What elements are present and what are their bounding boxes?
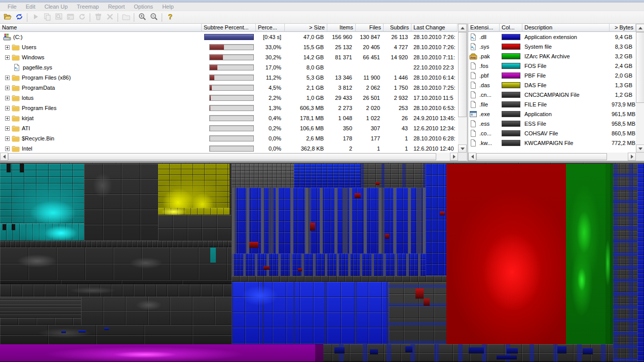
scroll-down-button[interactable] (458, 144, 467, 153)
treemap-tile[interactable] (104, 328, 109, 330)
expand-plus-icon[interactable] (5, 136, 10, 141)
refresh-selected-button[interactable] (76, 12, 88, 23)
treemap-region-mid-top-blue[interactable] (294, 164, 361, 188)
column-header-subdirs[interactable]: Subdirs (384, 24, 411, 32)
extension-vertical-scrollbar[interactable] (636, 24, 644, 153)
delete-button[interactable] (104, 12, 116, 23)
scroll-down-button[interactable] (636, 144, 644, 153)
treemap-region-bottom-band[interactable] (315, 344, 613, 361)
treemap-tile[interactable] (355, 193, 361, 198)
treemap-region-blue-zone-b[interactable] (232, 254, 426, 276)
menu-file[interactable]: File (3, 3, 21, 10)
directory-row[interactable]: ATI0,2%106,6 MB3503074312.6.2010 12:34: (0, 123, 458, 133)
menu-options[interactable]: Options (129, 3, 158, 10)
treemap-tile[interactable] (298, 268, 302, 271)
menu-treemap[interactable]: Treemap (72, 3, 104, 10)
column-header-files[interactable]: Files (356, 24, 384, 32)
treemap-tile[interactable] (375, 182, 380, 185)
menu-edit[interactable]: Edit (21, 3, 40, 10)
expand-plus-icon[interactable] (5, 106, 10, 111)
treemap-region-band-f[interactable] (81, 297, 232, 325)
treemap-region-notch[interactable] (20, 164, 24, 172)
directory-row[interactable]: Windows30,2%14,2 GB81 37166 45114 92028.… (0, 52, 458, 62)
treemap-region-striped-block[interactable] (0, 297, 81, 318)
extension-row[interactable]: .exeApplication961,5 MB (468, 109, 636, 119)
create-folder-button[interactable] (120, 12, 132, 23)
expand-plus-icon[interactable] (5, 86, 10, 90)
extension-row[interactable]: .fileFILE File973,9 MB (468, 99, 636, 109)
expand-plus-icon[interactable] (5, 147, 10, 151)
scroll-up-button[interactable] (636, 24, 644, 32)
treemap-tile[interactable] (497, 355, 517, 359)
expand-plus-icon[interactable] (5, 45, 10, 50)
treemap-tile[interactable] (334, 347, 345, 353)
treemap-region-red-block[interactable] (446, 164, 566, 344)
treemap-tile[interactable] (415, 288, 424, 299)
extension-row[interactable]: .co...COHSAV File860,5 MB (468, 128, 636, 138)
treemap-region-band-d[interactable] (0, 280, 232, 284)
command-prompt-here-button[interactable] (64, 12, 76, 23)
treemap-tile[interactable] (557, 346, 566, 353)
treemap-region-band-f2[interactable] (0, 318, 81, 325)
extension-row[interactable]: .dasDAS File1,3 GB (468, 80, 636, 90)
refresh-all-button[interactable] (13, 12, 25, 23)
menu-report[interactable]: Report (103, 3, 129, 10)
treemap-region-thin-band[interactable] (0, 241, 232, 247)
directory-row[interactable]: ProgramData4,5%2,1 GB3 8122 0621 75028.1… (0, 83, 458, 93)
extension-row[interactable]: .essESS File958,5 MB (468, 119, 636, 128)
treemap-region-green-block[interactable] (566, 164, 605, 344)
treemap-tile[interactable] (507, 348, 518, 353)
column-header-last-change[interactable]: Last Change (411, 24, 458, 32)
scroll-thumb[interactable] (458, 32, 467, 117)
treemap-region-right-edge-blue[interactable] (637, 164, 644, 361)
treemap-tile[interactable] (385, 234, 389, 239)
directory-row[interactable]: $Recycle.Bin0,0%2,6 MB178177128.10.2010 … (0, 133, 458, 143)
directory-row[interactable]: Program Files1,3%606,3 MB2 2732 02025328… (0, 103, 458, 113)
treemap-region-magenta-strip[interactable] (0, 344, 315, 361)
treemap-region-band-g[interactable] (0, 325, 232, 345)
directory-row[interactable]: Program Files (x86)11,2%5,3 GB13 34611 9… (0, 73, 458, 83)
treemap-region-yellow-block[interactable] (158, 164, 230, 208)
directory-row[interactable]: Intel0,0%362,8 KB21112.6.2010 12:40 (0, 143, 458, 153)
column-header-subtree-percent-[interactable]: Subtree Percent... (202, 24, 256, 32)
column-header-col-[interactable]: Col... (500, 24, 522, 32)
directory-row[interactable]: lotus2,2%1,0 GB29 43326 5012 93217.10.20… (0, 93, 458, 103)
treemap-tile[interactable] (440, 211, 445, 215)
delete-to-recycle-bin-button[interactable] (92, 12, 104, 23)
treemap-region-band-e[interactable] (0, 284, 232, 297)
open-button[interactable] (2, 12, 13, 23)
treemap-region-notch[interactable] (3, 224, 6, 230)
treemap-region-yellow-row[interactable] (158, 208, 230, 215)
expand-plus-icon[interactable] (5, 116, 10, 121)
treemap-region-band-c[interactable] (0, 247, 232, 280)
column-header-items[interactable]: Items (327, 24, 356, 32)
treemap-tile[interactable] (263, 266, 270, 270)
directory-vertical-scrollbar[interactable] (458, 24, 467, 153)
help-button[interactable]: ? (164, 12, 176, 23)
column-header-perce-[interactable]: Perce... (256, 24, 285, 32)
copy-path-button[interactable] (41, 12, 53, 23)
treemap-region-gray-band-mid[interactable] (232, 276, 446, 282)
treemap-view[interactable] (0, 161, 644, 362)
extension-row[interactable]: .fosFOS File2,4 GB (468, 61, 636, 70)
column-header--size[interactable]: > Size (285, 24, 327, 32)
expand-plus-icon[interactable] (5, 76, 10, 80)
treemap-region-below-yellow[interactable] (158, 215, 232, 241)
directory-row[interactable]: (C:)[0:43 s]47,0 GB156 960130 84726 1132… (0, 32, 458, 42)
extension-row[interactable]: PAK.pakIZArc PAK Archive3,2 GB (468, 51, 636, 61)
directory-row[interactable]: kirjat0,4%178,1 MB1 0481 0222624.9.2010 … (0, 113, 458, 123)
treemap-tile[interactable] (370, 349, 378, 354)
scroll-thumb[interactable] (476, 153, 607, 160)
extension-row[interactable]: .kw...KWCAMPAIGN File772,2 MB (468, 138, 636, 148)
treemap-region-mid-top-gray[interactable] (232, 164, 294, 188)
scroll-up-button[interactable] (458, 24, 467, 32)
treemap-tile[interactable] (79, 330, 86, 333)
extension-row[interactable]: .cn...CNC3CAMPAIGN File1,2 GB (468, 90, 636, 99)
column-header-extensi-[interactable]: Extensi... (468, 24, 500, 32)
scroll-right-button[interactable] (628, 153, 636, 161)
scroll-thumb[interactable] (8, 153, 436, 160)
menu-clean-up[interactable]: Clean Up (40, 3, 72, 10)
expand-plus-icon[interactable] (5, 126, 10, 131)
treemap-region-mid-top-gray2[interactable] (361, 164, 426, 188)
extension-horizontal-scrollbar[interactable] (468, 153, 636, 161)
